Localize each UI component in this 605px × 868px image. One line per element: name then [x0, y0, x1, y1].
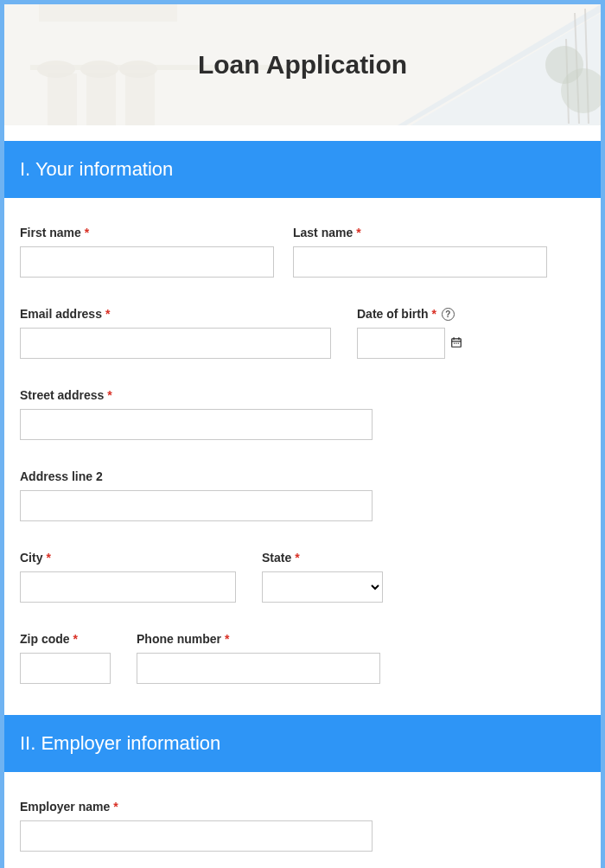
- section-employer-header: II. Employer information: [4, 715, 601, 772]
- field-first-name: First name *: [20, 226, 274, 278]
- section-your-info-body: First name * Last name * Email address *: [4, 198, 601, 715]
- row-name: First name * Last name *: [20, 226, 585, 278]
- field-last-name: Last name *: [293, 226, 547, 278]
- employer-name-input[interactable]: [20, 820, 373, 852]
- label-dob: Date of birth * ?: [357, 307, 462, 321]
- label-state-text: State: [262, 551, 291, 565]
- label-first-name: First name *: [20, 226, 274, 239]
- label-state: State *: [262, 551, 383, 565]
- city-input[interactable]: [20, 571, 236, 603]
- last-name-input[interactable]: [293, 246, 547, 278]
- field-dob: Date of birth * ?: [357, 307, 462, 359]
- hero-banner: Loan Application: [4, 4, 601, 125]
- required-marker: *: [113, 800, 118, 814]
- row-address2: Address line 2: [20, 469, 585, 521]
- field-state: State *: [262, 551, 383, 603]
- help-icon[interactable]: ?: [442, 308, 455, 321]
- svg-rect-16: [458, 337, 459, 340]
- label-city-text: City: [20, 551, 42, 565]
- field-zip: Zip code *: [20, 632, 111, 684]
- label-dob-text: Date of birth: [357, 307, 428, 321]
- row-street: Street address *: [20, 388, 585, 440]
- label-employer-name: Employer name *: [20, 800, 373, 814]
- page-container: Loan Application I. Your information Fir…: [0, 0, 605, 868]
- spacer: [4, 125, 601, 141]
- row-city-state: City * State *: [20, 551, 585, 603]
- calendar-icon[interactable]: [450, 336, 462, 351]
- label-street-text: Street address: [20, 388, 104, 402]
- svg-rect-20: [458, 342, 459, 343]
- email-input[interactable]: [20, 328, 331, 359]
- label-last-name: Last name *: [293, 226, 547, 239]
- label-last-name-text: Last name: [293, 226, 353, 239]
- phone-input[interactable]: [137, 653, 380, 684]
- required-marker: *: [85, 226, 89, 239]
- label-email-text: Email address: [20, 307, 102, 321]
- field-employer-name: Employer name *: [20, 800, 373, 852]
- label-phone-text: Phone number: [137, 632, 221, 646]
- dob-input[interactable]: [357, 328, 445, 359]
- label-email: Email address *: [20, 307, 331, 321]
- label-phone: Phone number *: [137, 632, 380, 646]
- required-marker: *: [295, 551, 299, 565]
- svg-rect-15: [454, 337, 455, 340]
- field-email: Email address *: [20, 307, 331, 359]
- label-first-name-text: First name: [20, 226, 81, 239]
- label-street: Street address *: [20, 388, 373, 402]
- page-title: Loan Application: [198, 50, 407, 80]
- label-city: City *: [20, 551, 236, 565]
- date-input-wrap: [357, 328, 462, 359]
- required-marker: *: [105, 307, 110, 321]
- svg-rect-18: [454, 342, 455, 343]
- required-marker: *: [225, 632, 229, 646]
- address2-input[interactable]: [20, 490, 373, 521]
- section-your-info-header: I. Your information: [4, 141, 601, 198]
- label-address2: Address line 2: [20, 469, 373, 483]
- row-employer-name: Employer name *: [20, 800, 585, 852]
- required-marker: *: [356, 226, 360, 239]
- label-zip: Zip code *: [20, 632, 111, 646]
- field-phone: Phone number *: [137, 632, 380, 684]
- svg-rect-14: [452, 338, 462, 346]
- svg-rect-17: [452, 341, 462, 341]
- required-marker: *: [107, 388, 111, 402]
- zip-input[interactable]: [20, 653, 111, 684]
- state-select[interactable]: [262, 571, 383, 603]
- label-employer-name-text: Employer name: [20, 800, 110, 814]
- street-input[interactable]: [20, 409, 373, 440]
- field-street: Street address *: [20, 388, 373, 440]
- section-employer-body: Employer name *: [4, 772, 601, 868]
- row-zip-phone: Zip code * Phone number *: [20, 632, 585, 684]
- first-name-input[interactable]: [20, 246, 274, 278]
- row-email-dob: Email address * Date of birth * ?: [20, 307, 585, 359]
- svg-rect-19: [455, 342, 456, 343]
- required-marker: *: [46, 551, 50, 565]
- label-zip-text: Zip code: [20, 632, 70, 646]
- field-address2: Address line 2: [20, 469, 373, 521]
- label-address2-text: Address line 2: [20, 469, 103, 483]
- required-marker: *: [73, 632, 78, 646]
- field-city: City *: [20, 551, 236, 603]
- required-marker: *: [431, 307, 436, 321]
